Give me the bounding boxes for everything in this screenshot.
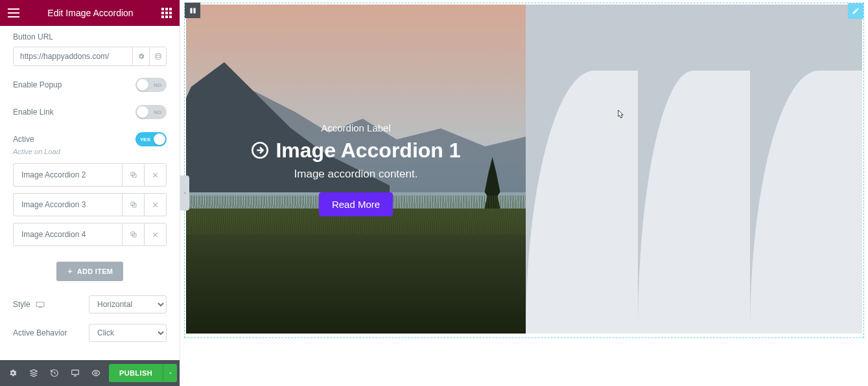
svg-point-0 (156, 54, 161, 56)
enable-link-switch[interactable]: NO (135, 105, 167, 119)
duplicate-icon[interactable] (122, 164, 144, 186)
add-item-label: ADD ITEM (77, 267, 113, 275)
responsive-icon[interactable] (36, 301, 45, 308)
accordion-title: Image Accordion 1 (251, 139, 460, 163)
remove-icon[interactable] (144, 223, 166, 245)
accordion-pane-collapsed[interactable] (750, 5, 862, 334)
sidebar-header: Edit Image Accordion (0, 0, 180, 26)
style-control: Style Horizontal (0, 290, 180, 319)
repeater-item: Image Accordion 2 (13, 163, 167, 187)
button-url-input[interactable] (14, 47, 132, 65)
repeater-item-title[interactable]: Image Accordion 3 (14, 194, 122, 216)
preview-icon[interactable] (86, 360, 106, 386)
preview-area: Accordion Label Image Accordion 1 Image … (180, 0, 868, 386)
editor-sidebar: Edit Image Accordion Button URL Enable P… (0, 0, 180, 386)
accordion-pane-active[interactable]: Accordion Label Image Accordion 1 Image … (186, 5, 526, 334)
menu-icon[interactable] (8, 8, 19, 17)
accordion-pane-collapsed[interactable] (638, 5, 750, 334)
active-behavior-select[interactable]: Click (89, 324, 167, 342)
active-label: Active (13, 135, 34, 144)
enable-popup-label: Enable Popup (13, 80, 62, 89)
accordion-label: Accordion Label (321, 122, 391, 133)
url-options-button[interactable] (132, 47, 149, 65)
remove-icon[interactable] (144, 194, 166, 216)
panel-title: Edit Image Accordion (47, 8, 133, 18)
enable-popup-control: Enable Popup NO (0, 71, 180, 98)
style-label: Style (13, 300, 30, 309)
column-handle-icon[interactable] (185, 3, 200, 18)
svg-rect-10 (190, 8, 192, 13)
navigator-icon[interactable] (23, 360, 44, 386)
active-control: Active YES Active on Load (0, 126, 180, 157)
repeater-item: Image Accordion 4 (13, 223, 167, 246)
duplicate-icon[interactable] (122, 223, 144, 245)
placeholder-image (638, 5, 750, 334)
panel-collapse-handle[interactable] (180, 176, 189, 210)
button-url-label: Button URL (13, 32, 167, 41)
accordion-pane-collapsed[interactable] (526, 5, 638, 334)
accordion-pane-content: Accordion Label Image Accordion 1 Image … (186, 5, 526, 334)
sidebar-footer: PUBLISH (0, 360, 180, 386)
url-input-wrap (13, 47, 167, 66)
repeater-item-title[interactable]: Image Accordion 4 (14, 223, 122, 245)
enable-link-label: Enable Link (13, 108, 54, 117)
button-url-control: Button URL (0, 26, 180, 71)
arrow-circle-right-icon (251, 141, 269, 159)
active-behavior-control: Active Behavior Click (0, 319, 180, 347)
publish-options-button[interactable] (163, 364, 177, 382)
enable-link-control: Enable Link NO (0, 98, 180, 126)
active-switch[interactable]: YES (135, 132, 167, 146)
placeholder-image (526, 5, 638, 334)
svg-rect-8 (72, 370, 79, 374)
section-wrapper[interactable]: Accordion Label Image Accordion 1 Image … (184, 3, 864, 338)
duplicate-icon[interactable] (122, 194, 144, 216)
svg-point-9 (95, 372, 97, 374)
repeater-item: Image Accordion 3 (13, 193, 167, 216)
dynamic-tag-button[interactable] (149, 47, 166, 65)
placeholder-image (750, 5, 862, 334)
publish-button[interactable]: PUBLISH (109, 364, 163, 382)
active-sublabel: Active on Load (13, 148, 167, 155)
svg-rect-11 (193, 8, 195, 13)
active-behavior-label: Active Behavior (13, 328, 67, 337)
enable-popup-switch[interactable]: NO (135, 78, 167, 92)
history-icon[interactable] (44, 360, 65, 386)
add-item-button[interactable]: ADD ITEM (56, 262, 124, 281)
image-accordion-widget[interactable]: Accordion Label Image Accordion 1 Image … (186, 5, 862, 334)
read-more-button[interactable]: Read More (319, 192, 393, 216)
svg-rect-7 (36, 302, 44, 307)
repeater-item-title[interactable]: Image Accordion 2 (14, 164, 122, 186)
repeater-list: Image Accordion 2 Image Accordion 3 Imag… (0, 163, 180, 253)
panel-body: Button URL Enable Popup NO Enable Link (0, 26, 180, 360)
style-select[interactable]: Horizontal (89, 295, 167, 313)
settings-icon[interactable] (3, 360, 23, 386)
remove-icon[interactable] (144, 164, 166, 186)
edit-widget-icon[interactable] (848, 3, 863, 19)
responsive-mode-icon[interactable] (65, 360, 86, 386)
widgets-icon[interactable] (161, 8, 172, 18)
accordion-content-text: Image accordion content. (294, 168, 418, 181)
